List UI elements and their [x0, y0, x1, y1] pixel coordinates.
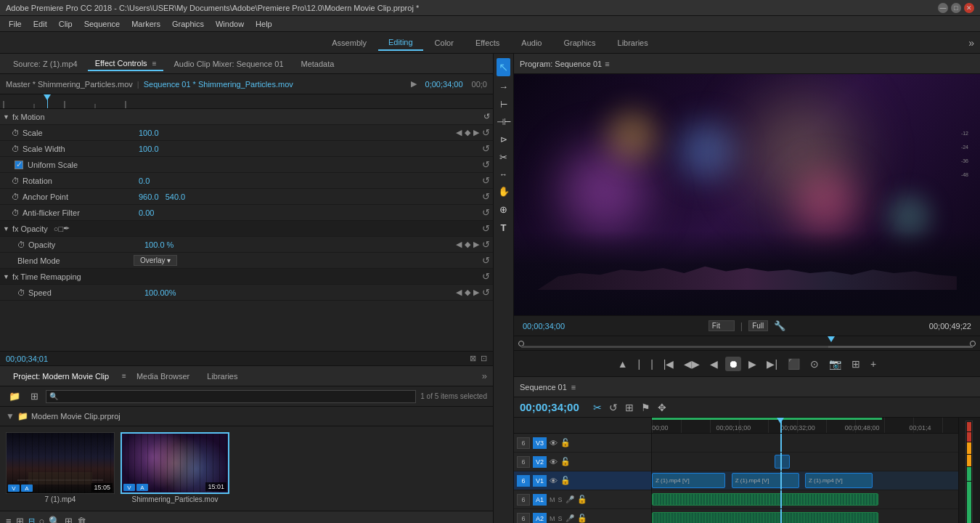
tool-razor[interactable]: ✂: [497, 150, 510, 165]
menu-sequence[interactable]: Sequence: [78, 18, 126, 30]
project-new-icon[interactable]: ⊞: [28, 389, 41, 403]
a2-sync-btn[interactable]: 6: [517, 513, 530, 524]
rotation-value[interactable]: 0.0: [139, 177, 482, 185]
ws-tab-libraries[interactable]: Libraries: [608, 36, 658, 50]
menu-markers[interactable]: Markers: [126, 18, 166, 30]
v2-clip[interactable]: [775, 455, 790, 469]
v2-name-btn[interactable]: V2: [533, 456, 547, 468]
transport-step-fwd[interactable]: ▶: [746, 357, 759, 371]
ws-tab-effects[interactable]: Effects: [465, 36, 510, 50]
v1-name-btn[interactable]: V1: [533, 475, 547, 487]
proj-new-item-btn[interactable]: ⊞: [65, 516, 73, 523]
v2-sync-btn[interactable]: 6: [517, 456, 530, 468]
project-search-input[interactable]: [46, 390, 416, 403]
a2-mic-btn[interactable]: 🎤: [565, 514, 574, 522]
tl-tool-add-mark[interactable]: ⊞: [623, 400, 636, 415]
uniform-scale-reset[interactable]: ↺: [482, 159, 490, 170]
opacity-blend-shape1[interactable]: ○: [54, 224, 59, 233]
ws-tab-color[interactable]: Color: [425, 36, 464, 50]
speed-reset[interactable]: ↺: [482, 287, 490, 298]
opacity-prev-kf[interactable]: ◀: [456, 240, 462, 249]
speed-stopwatch[interactable]: ⏱: [17, 288, 25, 297]
program-monitor-menu[interactable]: ≡: [605, 60, 609, 68]
project-root-item[interactable]: ▼ 📁 Modern Movie Clip.prproj: [6, 410, 487, 423]
antiflicker-value[interactable]: 0.00: [139, 208, 482, 217]
opacity-stopwatch[interactable]: ⏱: [17, 240, 25, 249]
opacity-reset[interactable]: ↺: [482, 223, 490, 234]
v1-sync-btn[interactable]: 6: [517, 475, 530, 487]
menu-help[interactable]: Help: [250, 18, 278, 30]
scale-width-stopwatch[interactable]: ⏱: [12, 145, 20, 153]
a1-s-btn[interactable]: S: [558, 496, 563, 503]
proj-icon-view-btn[interactable]: ⊟: [28, 516, 35, 523]
anchor-reset[interactable]: ↺: [482, 191, 490, 202]
v3-sync-btn[interactable]: 6: [517, 437, 530, 449]
close-btn[interactable]: ✕: [964, 3, 974, 13]
opacity-next-kf[interactable]: ▶: [473, 240, 479, 249]
project-menu-icon[interactable]: ≡: [122, 372, 126, 380]
a1-mic-btn[interactable]: 🎤: [565, 495, 574, 503]
transport-step-back[interactable]: ◀▶: [681, 357, 703, 371]
a1-name-btn[interactable]: A1: [533, 494, 547, 506]
a1-lock-btn[interactable]: 🔓: [577, 495, 587, 504]
anchor-stopwatch[interactable]: ⏱: [12, 192, 20, 201]
v1-lock-btn[interactable]: 🔓: [560, 476, 571, 485]
tool-hand[interactable]: ✋: [496, 184, 512, 199]
ws-tab-assembly[interactable]: Assembly: [322, 36, 377, 50]
opacity-reset-btn[interactable]: ↺: [482, 239, 490, 250]
proj-list-view-btn[interactable]: ≡: [6, 516, 12, 523]
monitor-settings-icon[interactable]: 🔧: [774, 320, 785, 331]
speed-next-kf[interactable]: ▶: [473, 288, 479, 297]
proj-sort-btn[interactable]: ○: [39, 516, 45, 523]
v1-clip-1[interactable]: Z (1).mp4 [V]: [652, 473, 725, 488]
anchor-value[interactable]: 960.0 540.0: [139, 192, 482, 201]
scale-width-value[interactable]: 100.0: [139, 145, 482, 153]
monitor-quality-select[interactable]: Full 1/2 1/4: [748, 320, 768, 331]
a1-clip[interactable]: [652, 493, 878, 506]
v2-eye-btn[interactable]: 👁: [550, 458, 558, 466]
uniform-scale-checkbox[interactable]: ✓: [15, 161, 23, 169]
tool-slip[interactable]: ↔: [497, 168, 510, 181]
tool-rolling-edit[interactable]: ⊣⊢: [494, 115, 513, 129]
transport-go-out[interactable]: ▶|: [764, 357, 780, 371]
tool-ripple-edit[interactable]: ⊢: [498, 97, 510, 112]
menu-clip[interactable]: Clip: [53, 18, 78, 30]
tool-type[interactable]: T: [499, 220, 509, 235]
a2-lock-btn[interactable]: 🔓: [577, 514, 587, 523]
tl-tool-settings[interactable]: ✥: [656, 400, 669, 415]
tab-media-browser[interactable]: Media Browser: [129, 370, 197, 383]
tab-audio-mixer[interactable]: Audio Clip Mixer: Sequence 01: [166, 57, 290, 70]
tab-metadata[interactable]: Metadata: [294, 57, 342, 70]
monitor-fit-select[interactable]: Fit 25% 50% 100%: [709, 320, 735, 331]
time-remap-reset[interactable]: ↺: [482, 271, 490, 282]
a2-m-btn[interactable]: M: [550, 515, 555, 522]
ws-tab-graphics[interactable]: Graphics: [553, 36, 605, 50]
transport-insert[interactable]: ⬛: [785, 357, 803, 371]
a2-clip[interactable]: [652, 512, 878, 523]
menu-window[interactable]: Window: [210, 18, 250, 30]
a1-m-btn[interactable]: M: [550, 496, 555, 503]
tab-source[interactable]: Source: Z (1).mp4: [6, 57, 85, 70]
transport-play[interactable]: ⏺: [725, 357, 741, 371]
proj-grid-view-btn[interactable]: ⊞: [16, 516, 24, 523]
opacity-add-kf[interactable]: ◆: [465, 240, 470, 249]
minimize-btn[interactable]: —: [938, 3, 948, 13]
transport-lift[interactable]: 📷: [826, 357, 844, 371]
maximize-btn[interactable]: □: [951, 3, 961, 13]
scale-prev-kf[interactable]: ◀: [456, 128, 462, 137]
transport-extract[interactable]: ⊞: [849, 357, 863, 371]
ws-tab-editing[interactable]: Editing: [378, 35, 423, 51]
speed-prev-kf[interactable]: ◀: [456, 288, 462, 297]
fx-expand-icon[interactable]: ▶: [411, 79, 417, 89]
transport-overwrite[interactable]: ⊙: [807, 357, 822, 371]
tool-zoom[interactable]: ⊕: [497, 202, 510, 217]
scale-stopwatch[interactable]: ⏱: [12, 129, 20, 137]
rotation-reset[interactable]: ↺: [482, 175, 490, 186]
opacity-blend-shape2[interactable]: □: [58, 224, 63, 233]
scale-width-reset[interactable]: ↺: [482, 143, 490, 154]
project-more-btn[interactable]: »: [482, 370, 487, 381]
blend-mode-value[interactable]: Overlay ▾: [134, 255, 177, 266]
rotation-stopwatch[interactable]: ⏱: [12, 177, 20, 185]
scale-reset[interactable]: ↺: [482, 127, 490, 138]
a2-s-btn[interactable]: S: [558, 515, 563, 522]
